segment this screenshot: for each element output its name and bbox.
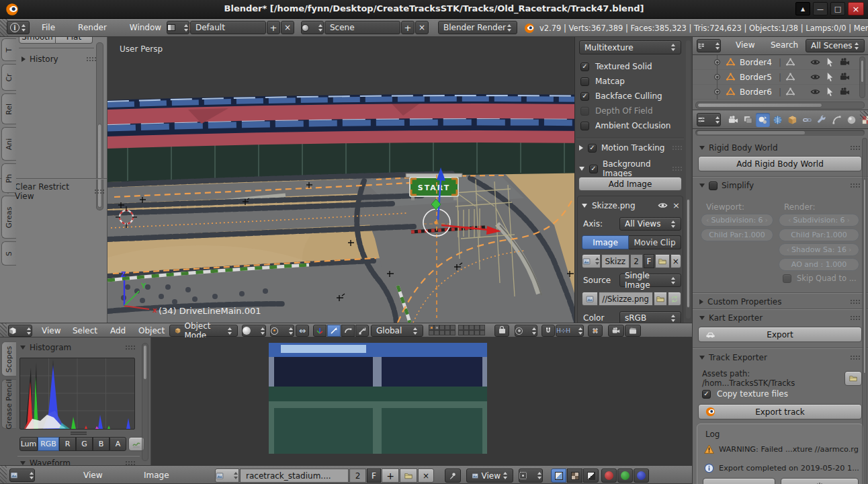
tab-object-data[interactable] — [830, 113, 844, 127]
display-color-alpha-button[interactable] — [551, 469, 566, 483]
scene-name[interactable]: Scene — [324, 21, 400, 34]
open-image-button[interactable] — [400, 469, 417, 483]
outliner-row-border4[interactable]: Border4 | — [693, 55, 868, 70]
window-minimize-button[interactable]: — — [813, 2, 828, 15]
assets-path-browse-button[interactable] — [844, 371, 862, 386]
snap-toggle-button[interactable] — [541, 325, 555, 337]
pivot-point-select[interactable] — [270, 325, 294, 337]
toolshelf-tab-grease[interactable]: Greas — [1, 196, 16, 239]
properties-scrollbar-thumb[interactable] — [863, 179, 866, 374]
panel-grip[interactable] — [850, 145, 861, 151]
panel-grip[interactable] — [850, 315, 861, 321]
corner-grip[interactable] — [0, 466, 7, 484]
image-view-mode-select[interactable]: View — [466, 469, 513, 483]
editor-type-selector-3dview[interactable] — [8, 325, 32, 337]
channel-a-button[interactable]: A — [110, 437, 126, 451]
object-name[interactable]: Border6 — [740, 87, 772, 97]
expand-icon[interactable] — [714, 59, 720, 65]
menu-add[interactable]: Add — [106, 326, 130, 335]
toolshelf-tab-tools[interactable]: T — [1, 38, 16, 61]
menu-object[interactable]: Object — [134, 326, 169, 335]
corner-grip[interactable] — [0, 323, 7, 337]
layout-delete-button[interactable]: × — [281, 21, 294, 34]
checkbox-on[interactable]: ✓ — [589, 165, 598, 173]
tab-object[interactable] — [785, 113, 799, 127]
panel-grip[interactable] — [850, 355, 861, 360]
source-select[interactable]: Single Image — [619, 274, 681, 287]
image-users-button[interactable]: 2 — [349, 469, 366, 483]
tab-world[interactable] — [771, 113, 785, 127]
manipulator-scale-button[interactable] — [355, 325, 369, 337]
filepath-browse-button[interactable] — [654, 292, 668, 306]
unlink-image-button[interactable]: × — [670, 254, 681, 268]
panel-histogram[interactable]: Histogram — [20, 343, 136, 352]
tab-material[interactable] — [844, 113, 859, 127]
toolshelf-tab-shading[interactable]: S — [1, 241, 16, 266]
checkbox-on[interactable]: ✓ — [580, 92, 589, 101]
scene-delete-button[interactable]: × — [415, 21, 429, 34]
manipulator-rotate-button[interactable] — [341, 325, 355, 337]
scopes-scrollbar-thumb[interactable] — [143, 345, 147, 380]
panel-rigid-body-world[interactable]: Rigid Body World — [699, 143, 861, 153]
image-name-field[interactable]: Skizz — [601, 254, 630, 268]
render-restrict-icon[interactable] — [840, 72, 850, 82]
add-rigid-body-world-button[interactable]: Add Rigid Body World — [698, 156, 862, 171]
tab-render[interactable] — [726, 113, 740, 127]
proportional-edit-select[interactable] — [515, 325, 537, 337]
checkbox-on[interactable]: ✓ — [702, 390, 711, 399]
channel-r-button[interactable]: R — [59, 437, 76, 451]
pivot-select[interactable] — [519, 469, 543, 483]
channel-g-button[interactable]: G — [76, 437, 93, 451]
panel-grip[interactable] — [125, 460, 136, 465]
layer-2[interactable] — [434, 325, 439, 330]
screen-layout-name[interactable]: Default — [190, 21, 266, 34]
selectable-icon[interactable] — [825, 57, 835, 67]
menu-file[interactable]: File — [38, 23, 59, 32]
layers-widget[interactable] — [429, 325, 485, 335]
manipulator-toggle-button[interactable]: ⇔ — [296, 325, 309, 337]
outliner-hscrollbar-thumb[interactable] — [697, 103, 822, 108]
option-ambient-occlusion[interactable]: Ambient Occlusion — [580, 121, 670, 130]
image-browse-button[interactable] — [582, 254, 601, 268]
menu-image[interactable]: Image — [140, 471, 173, 480]
outliner-hscrollbar[interactable] — [695, 102, 865, 109]
opengl-render-anim-button[interactable] — [625, 325, 641, 337]
panel-custom-properties[interactable]: Custom Properties — [699, 297, 861, 307]
manipulator-translate-button[interactable] — [327, 325, 341, 337]
outliner-row-border6[interactable]: Border6 | — [693, 85, 868, 99]
toolshelf-tab-animation[interactable]: Ani — [1, 127, 16, 161]
panel-kart-exporter[interactable]: Kart Exporter — [699, 313, 861, 323]
tab-modifiers[interactable] — [815, 113, 829, 127]
editor-type-selector-image[interactable] — [9, 469, 35, 482]
window-maximize-button[interactable]: □ — [830, 2, 845, 15]
eye-icon[interactable] — [810, 72, 820, 82]
axis-select[interactable]: All Views — [619, 217, 681, 231]
menu-search[interactable]: Search — [767, 40, 802, 50]
selectable-icon[interactable] — [825, 72, 835, 82]
uv-image-canvas[interactable] — [151, 337, 692, 465]
option-textured-solid[interactable]: ✓Textured Solid — [580, 62, 652, 71]
shade-smooth-button[interactable]: Smooth — [19, 37, 56, 44]
tab-render-layers[interactable] — [741, 113, 755, 127]
transform-orientation-select[interactable]: Global — [371, 325, 423, 337]
render-engine-select[interactable]: Blender Render — [438, 21, 517, 34]
viewport-shading-select[interactable] — [242, 325, 266, 337]
outliner-row-border5[interactable]: Border5 | — [693, 70, 868, 85]
unlink-image-button[interactable]: × — [418, 469, 434, 483]
close-icon[interactable]: × — [672, 200, 680, 210]
toolshelf-tab-create[interactable]: Cr — [1, 64, 16, 91]
filepath-field[interactable]: //Skizze.png — [599, 292, 653, 306]
panel-clear-restrict-view[interactable]: Clear Restrict View — [5, 182, 105, 201]
toolshelf-tab-physics[interactable]: Ph — [1, 163, 16, 193]
render-restrict-icon[interactable] — [840, 57, 850, 67]
object-name[interactable]: Border5 — [740, 73, 772, 82]
image-browse-button[interactable] — [215, 469, 239, 483]
corner-grip[interactable] — [860, 111, 868, 119]
editor-type-selector-info[interactable]: i — [7, 21, 30, 34]
display-alpha-button[interactable] — [567, 469, 582, 483]
manipulator-axis-button[interactable] — [313, 325, 327, 337]
menu-view[interactable]: View — [38, 326, 64, 335]
log-button-partial-left[interactable] — [703, 478, 775, 484]
editor-type-selector-properties[interactable] — [697, 113, 721, 126]
tab-movie-clip[interactable]: Movie Clip — [629, 235, 681, 249]
